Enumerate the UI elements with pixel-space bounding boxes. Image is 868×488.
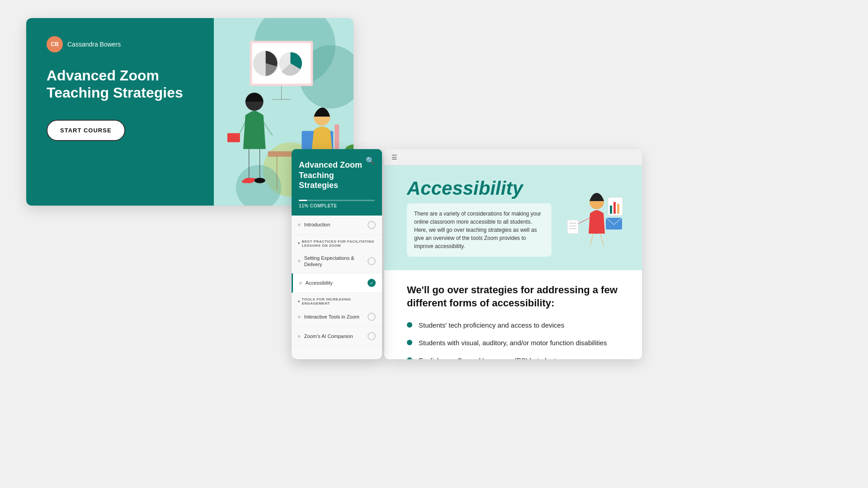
accessibility-title-block: Accessibility There are a variety of con… — [407, 179, 565, 257]
sidebar-item-ai-companion[interactable]: ≡ Zoom's AI Companion — [292, 327, 382, 346]
sidebar-item-label: Introduction — [304, 221, 330, 228]
section-label-arrow: ▾ BEST PRACTICES FOR FACILITATING LESSON… — [298, 239, 376, 248]
sidebar-item-left-4: ≡ Interactive Tools in Zoom — [298, 314, 368, 320]
content-body: Accessibility There are a variety of con… — [384, 165, 642, 359]
svg-point-19 — [255, 178, 265, 183]
menu-lines-icon-2: ≡ — [298, 258, 301, 263]
menu-lines-icon-5: ≡ — [298, 334, 301, 339]
accessibility-scene-svg — [565, 188, 624, 247]
sidebar-item-left-3: ≡ Accessibility — [299, 280, 368, 286]
bullet-dot-1 — [407, 322, 412, 328]
completion-circle-4 — [368, 313, 376, 321]
content-main-area: We'll go over strategies for addressing … — [384, 270, 642, 359]
strategies-heading: We'll go over strategies for addressing … — [407, 284, 619, 310]
completion-circle-5 — [368, 332, 376, 340]
sidebar-item-left: ≡ Setting Expectations & Delivery — [298, 255, 368, 268]
completion-circle-checked: ✓ — [368, 279, 376, 287]
sidebar-section-tools: ▾ TOOLS FOR INCREASING ENGAGEMENT — [292, 293, 382, 307]
bullet-dot-3 — [407, 357, 412, 359]
sidebar-section-best-practices: ▾ BEST PRACTICES FOR FACILITATING LESSON… — [292, 235, 382, 249]
svg-rect-21 — [335, 124, 339, 151]
hamburger-menu-icon[interactable]: ☰ — [392, 154, 397, 161]
sidebar-item-introduction[interactable]: ≡ Introduction — [292, 216, 382, 235]
search-icon[interactable]: 🔍 — [366, 156, 375, 165]
svg-rect-37 — [617, 204, 619, 214]
hero-left-panel: CB Cassandra Bowers Advanced Zoom Teachi… — [26, 18, 214, 206]
bullet-dot-2 — [407, 340, 412, 345]
sidebar-item-label-5: Zoom's AI Companion — [304, 333, 353, 339]
progress-label: 11% COMPLETE — [299, 203, 375, 208]
course-sidebar-card: 🔍 Advanced Zoom Teaching Strategies 11% … — [292, 149, 382, 359]
bullet-text-3: English as a Second Language (ESL) stude… — [419, 356, 559, 359]
progress-bar-fill — [299, 200, 307, 201]
svg-rect-36 — [613, 202, 616, 214]
menu-lines-icon-4: ≡ — [298, 314, 301, 319]
sidebar-course-title: Advanced Zoom Teaching Strategies — [299, 160, 375, 191]
progress-bar-background — [299, 200, 375, 201]
accessibility-bullet-list: Students' tech proficiency and access to… — [407, 320, 619, 359]
bullet-item-2: Students with visual, auditory, and/or m… — [407, 338, 619, 347]
sidebar-item-setting-expectations[interactable]: ≡ Setting Expectations & Delivery — [292, 249, 382, 274]
bullet-item-3: English as a Second Language (ESL) stude… — [407, 356, 619, 359]
sidebar-item-interactive-tools[interactable]: ≡ Interactive Tools in Zoom — [292, 307, 382, 327]
arrow-down-icon: ▾ — [298, 241, 300, 245]
completion-circle — [368, 221, 376, 229]
accessibility-header-section: Accessibility There are a variety of con… — [384, 165, 642, 270]
author-name: Cassandra Bowers — [67, 41, 121, 48]
content-topbar: ☰ — [384, 149, 642, 165]
hero-title: Advanced Zoom Teaching Strategies — [47, 67, 196, 102]
menu-lines-icon: ≡ — [298, 222, 301, 227]
bullet-item-1: Students' tech proficiency and access to… — [407, 320, 619, 330]
start-course-button[interactable]: START COURSE — [47, 120, 125, 141]
sidebar-item-label-4: Interactive Tools in Zoom — [304, 314, 359, 320]
sidebar-header: 🔍 Advanced Zoom Teaching Strategies 11% … — [292, 149, 382, 216]
bullet-text-2: Students with visual, auditory, and/or m… — [419, 338, 607, 347]
arrow-down-icon-2: ▾ — [298, 300, 300, 304]
sidebar-item-label-2: Setting Expectations & Delivery — [304, 255, 368, 268]
svg-line-13 — [264, 122, 273, 136]
menu-lines-icon-3: ≡ — [299, 281, 302, 286]
section-label-arrow-2: ▾ TOOLS FOR INCREASING ENGAGEMENT — [298, 297, 376, 305]
sidebar-item-left-5: ≡ Zoom's AI Companion — [298, 333, 368, 339]
avatar: CB — [47, 36, 63, 52]
author-badge: CB Cassandra Bowers — [47, 36, 196, 52]
accessibility-page-title: Accessibility — [407, 179, 565, 198]
svg-line-28 — [600, 234, 604, 246]
sidebar-item-label-3: Accessibility — [306, 280, 333, 286]
svg-line-27 — [590, 234, 593, 246]
svg-rect-30 — [567, 220, 578, 234]
svg-rect-14 — [227, 133, 240, 142]
sidebar-item-accessibility[interactable]: ≡ Accessibility ✓ — [292, 273, 382, 293]
progress-bar-container: 11% COMPLETE — [299, 200, 375, 208]
sidebar-item-left: ≡ Introduction — [298, 221, 368, 228]
accessibility-description-text: There are a variety of considerations fo… — [414, 210, 544, 250]
completion-circle-2 — [368, 257, 376, 265]
bullet-text-1: Students' tech proficiency and access to… — [419, 320, 564, 330]
content-area-card: ☰ Accessibility There are a variety of c… — [384, 149, 642, 359]
svg-rect-35 — [610, 206, 612, 214]
sidebar-nav-body: ≡ Introduction ▾ BEST PRACTICES FOR FACI… — [292, 216, 382, 360]
accessibility-description-box: There are a variety of considerations fo… — [407, 203, 552, 257]
accessibility-illustration — [565, 188, 624, 247]
